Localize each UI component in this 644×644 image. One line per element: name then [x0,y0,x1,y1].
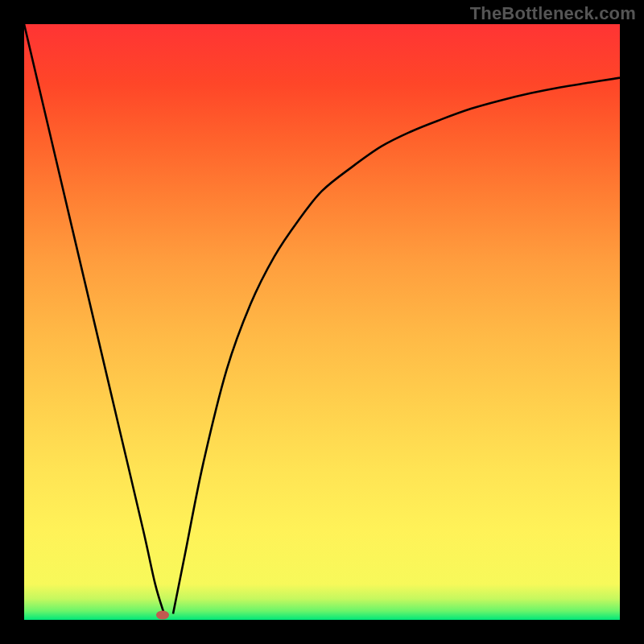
watermark-text: TheBottleneck.com [470,3,636,24]
curve-left-branch [24,24,164,614]
bottleneck-marker [156,611,169,620]
curve-right-branch [173,78,620,614]
chart-curve-svg [24,24,620,620]
plot-area [24,24,620,620]
chart-frame: TheBottleneck.com [0,0,644,644]
